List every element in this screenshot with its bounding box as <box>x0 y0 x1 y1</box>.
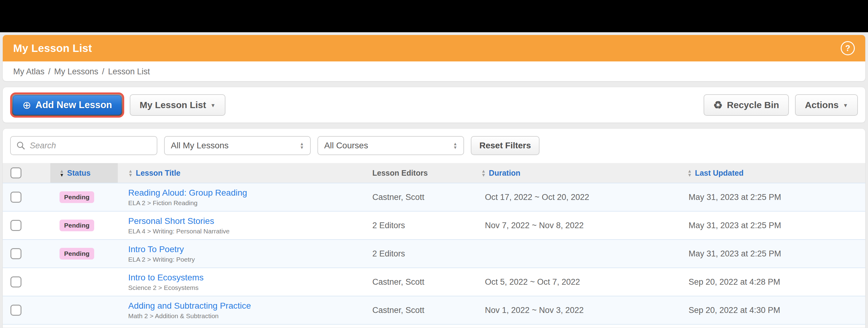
select-all-checkbox[interactable] <box>10 167 22 179</box>
lesson-course-path: Math 2 > Addition & Subtraction <box>128 312 370 320</box>
chevron-down-icon: ▼ <box>210 102 216 108</box>
status-badge: Pending <box>60 191 94 203</box>
search-box <box>10 136 157 155</box>
circled-plus-icon: ⊕ <box>22 100 31 110</box>
lesson-editors-cell: Castner, Scott <box>370 277 479 287</box>
table-row: Adding and Subtracting Practice Math 2 >… <box>3 296 865 324</box>
last-updated-cell: May 31, 2023 at 2:25 PM <box>684 249 865 258</box>
lesson-title-link[interactable]: Adding and Subtracting Practice <box>128 301 370 311</box>
last-updated-cell: Sep 20, 2022 at 4:28 PM <box>684 277 865 287</box>
recycle-bin-button[interactable]: ♻ Recycle Bin <box>704 94 789 116</box>
filter-row: All My Lessons ▲▼ All Courses ▲▼ Reset F… <box>3 129 865 163</box>
column-header-lesson-editors: Lesson Editors <box>370 169 479 177</box>
duration-cell: Oct 5, 2022 ~ Oct 7, 2022 <box>479 277 684 287</box>
lesson-title-link[interactable]: Personal Short Stories <box>128 216 370 226</box>
lesson-course-path: ELA 2 > Fiction Reading <box>128 199 370 207</box>
table-end-divider <box>3 324 865 328</box>
recycle-icon: ♻ <box>713 100 723 110</box>
toolbar-panel: ⊕ Add New Lesson My Lesson List ▼ ♻ Recy… <box>2 87 866 123</box>
column-header-duration[interactable]: ▲▼ Duration <box>479 169 684 177</box>
top-black-bar <box>0 0 868 32</box>
duration-cell: Nov 7, 2022 ~ Nov 8, 2022 <box>479 221 684 230</box>
breadcrumb-link-my-atlas[interactable]: My Atlas <box>13 67 44 77</box>
table-row: Pending Reading Aloud: Group Reading ELA… <box>3 183 865 211</box>
breadcrumb-link-my-lessons[interactable]: My Lessons <box>54 67 98 77</box>
toolbar-right-group: ♻ Recycle Bin Actions ▼ <box>704 94 858 116</box>
duration-cell: Oct 17, 2022 ~ Oct 20, 2022 <box>479 193 684 202</box>
lesson-editors-cell: Castner, Scott <box>370 193 479 202</box>
table-body: Pending Reading Aloud: Group Reading ELA… <box>3 183 865 328</box>
sort-icon: ▲▼ <box>60 169 64 177</box>
last-updated-cell: Sep 20, 2022 at 4:30 PM <box>684 306 865 315</box>
sort-icon: ▲▼ <box>128 169 133 177</box>
sort-icon: ▲▼ <box>687 169 692 177</box>
select-arrows-icon: ▲▼ <box>300 142 304 149</box>
table-row: Pending Personal Short Stories ELA 4 > W… <box>3 211 865 239</box>
page-header-panel: My Lesson List ? My Atlas / My Lessons /… <box>2 35 866 81</box>
reset-filters-button[interactable]: Reset Filters <box>471 136 539 155</box>
row-checkbox[interactable] <box>10 192 22 203</box>
table-row: Pending Intro To Poetry ELA 2 > Writing:… <box>3 239 865 268</box>
row-checkbox[interactable] <box>10 305 22 316</box>
lesson-editors-cell: 2 Editors <box>370 221 479 230</box>
lesson-course-path: Science 2 > Ecosystems <box>128 284 370 292</box>
lesson-list-panel: All My Lessons ▲▼ All Courses ▲▼ Reset F… <box>2 128 866 328</box>
lesson-course-path: ELA 4 > Writing: Personal Narrative <box>128 227 370 235</box>
duration-cell: Nov 1, 2022 ~ Nov 3, 2022 <box>479 306 684 315</box>
lesson-editors-cell: Castner, Scott <box>370 306 479 315</box>
course-filter-select[interactable]: All Courses ▲▼ <box>317 136 464 155</box>
chevron-down-icon: ▼ <box>843 102 848 108</box>
last-updated-cell: May 31, 2023 at 2:25 PM <box>684 193 865 202</box>
tutorial-highlight-ring: ⊕ Add New Lesson <box>10 92 124 118</box>
page-title: My Lesson List <box>13 42 92 54</box>
sort-icon: ▲▼ <box>481 169 486 177</box>
row-checkbox[interactable] <box>10 276 22 288</box>
add-new-lesson-button[interactable]: ⊕ Add New Lesson <box>13 95 121 115</box>
last-updated-cell: May 31, 2023 at 2:25 PM <box>684 221 865 230</box>
column-header-status[interactable]: ▲▼ Status <box>50 163 118 183</box>
lesson-course-path: ELA 2 > Writing: Poetry <box>128 256 370 263</box>
breadcrumb-current-lesson-list: Lesson List <box>108 67 150 77</box>
lesson-title-link[interactable]: Reading Aloud: Group Reading <box>128 188 370 198</box>
lesson-title-link[interactable]: Intro to Ecosystems <box>128 273 370 282</box>
column-header-last-updated[interactable]: ▲▼ Last Updated <box>684 169 865 177</box>
lesson-title-link[interactable]: Intro To Poetry <box>128 244 370 254</box>
breadcrumb-separator: / <box>102 67 104 77</box>
row-checkbox[interactable] <box>10 248 22 259</box>
table-row: Intro to Ecosystems Science 2 > Ecosyste… <box>3 268 865 296</box>
status-badge: Pending <box>60 248 94 259</box>
lesson-editors-cell: 2 Editors <box>370 249 479 258</box>
search-input[interactable] <box>30 141 151 151</box>
row-checkbox[interactable] <box>10 220 22 231</box>
status-badge: Pending <box>60 220 94 231</box>
column-header-lesson-title[interactable]: ▲▼ Lesson Title <box>118 169 370 177</box>
lesson-filter-select[interactable]: All My Lessons ▲▼ <box>164 136 311 155</box>
table-header-row: ▲▼ Status ▲▼ Lesson Title Lesson Editors… <box>3 163 865 183</box>
breadcrumb: My Atlas / My Lessons / Lesson List <box>3 61 865 81</box>
actions-dropdown-button[interactable]: Actions ▼ <box>795 94 858 116</box>
help-icon[interactable]: ? <box>841 41 855 55</box>
select-arrows-icon: ▲▼ <box>453 142 457 149</box>
search-icon <box>16 141 26 150</box>
page-title-bar: My Lesson List ? <box>3 35 865 61</box>
lesson-list-view-dropdown[interactable]: My Lesson List ▼ <box>130 94 225 116</box>
breadcrumb-separator: / <box>48 67 51 77</box>
